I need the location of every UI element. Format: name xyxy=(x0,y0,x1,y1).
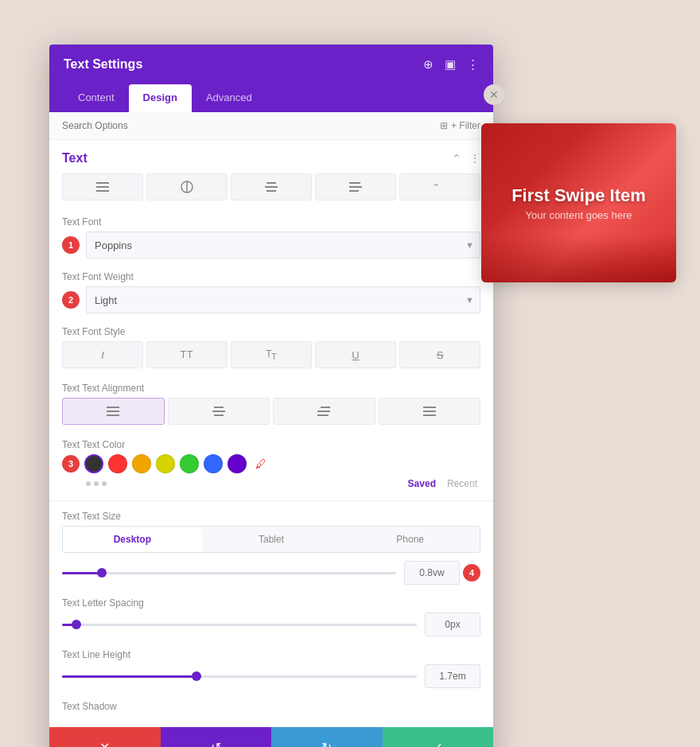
svg-rect-8 xyxy=(349,182,360,184)
search-input[interactable] xyxy=(62,120,440,131)
letter-spacing-slider-row: 0px xyxy=(49,613,493,643)
text-align-label: Text Text Alignment xyxy=(49,376,493,398)
style-btn-italic[interactable]: I xyxy=(62,341,143,368)
filter-icon: ⊞ xyxy=(440,120,448,131)
font-weight-select-wrapper: Light Regular Bold ▼ xyxy=(86,286,480,313)
tab-bar: Content Design Advanced xyxy=(49,84,493,112)
align-btn-3[interactable] xyxy=(231,173,312,200)
svg-rect-1 xyxy=(96,186,109,188)
align-btn-1[interactable] xyxy=(62,173,143,200)
line-height-label: Text Line Height xyxy=(49,643,493,664)
size-tab-phone[interactable]: Phone xyxy=(340,527,480,552)
svg-rect-18 xyxy=(321,407,330,408)
preview-card-overlay xyxy=(481,235,676,282)
style-btn-underline[interactable]: U xyxy=(315,341,396,368)
action-bar: ✕ ↺ ↻ ✓ xyxy=(49,727,493,747)
color-tab-recent[interactable]: Recent xyxy=(447,478,477,489)
svg-rect-6 xyxy=(265,186,278,188)
align-btn-4[interactable] xyxy=(315,173,396,200)
style-btn-small-caps[interactable]: TT xyxy=(231,341,312,368)
style-btn-tt[interactable]: TT xyxy=(146,341,228,368)
color-dots xyxy=(86,481,107,486)
color-tab-saved[interactable]: Saved xyxy=(408,478,436,489)
filter-label: + Filter xyxy=(451,120,480,131)
text-size-value[interactable]: 0.8vw xyxy=(404,561,460,585)
font-weight-label: Text Font Weight xyxy=(49,265,493,286)
line-height-slider-row: 1.7em xyxy=(49,664,493,694)
color-swatch-blue[interactable] xyxy=(204,454,223,473)
svg-rect-21 xyxy=(423,407,436,408)
more-icon[interactable]: ⋮ xyxy=(469,152,480,165)
header-icons: ⊕ ▣ ⋮ xyxy=(423,57,479,72)
align-btn-2[interactable] xyxy=(146,173,228,200)
text-align-btn-left[interactable] xyxy=(62,398,165,425)
font-style-row: I TT TT U S xyxy=(49,341,493,376)
layout-icon[interactable]: ▣ xyxy=(445,57,456,72)
confirm-button[interactable]: ✓ xyxy=(383,727,494,747)
collapse-icon[interactable]: ⌃ xyxy=(452,152,461,165)
font-style-label: Text Font Style xyxy=(49,320,493,341)
color-swatch-green[interactable] xyxy=(180,454,199,473)
text-shadow-label: Text Shadow xyxy=(49,694,493,716)
font-select-wrapper: Poppins Roboto Open Sans ▼ xyxy=(86,231,480,259)
close-button[interactable]: ✕ xyxy=(484,84,504,105)
text-align-btn-center[interactable] xyxy=(168,398,270,425)
color-swatch-red[interactable] xyxy=(108,454,127,473)
color-swatch-orange[interactable] xyxy=(132,454,151,473)
tab-design[interactable]: Design xyxy=(129,84,192,112)
badge-1: 1 xyxy=(62,236,80,254)
font-select[interactable]: Poppins Roboto Open Sans xyxy=(86,231,480,259)
badge-3: 3 xyxy=(62,455,80,473)
tab-content[interactable]: Content xyxy=(64,84,129,112)
letter-spacing-slider[interactable] xyxy=(62,624,417,626)
color-swatch-purple[interactable] xyxy=(228,454,247,473)
undo-button[interactable]: ↺ xyxy=(161,727,272,747)
svg-rect-23 xyxy=(423,414,436,416)
color-swatch-black[interactable] xyxy=(84,454,103,473)
color-section: 3 🖊 Saved Recent xyxy=(49,454,493,497)
size-tab-tablet[interactable]: Tablet xyxy=(202,527,341,552)
text-align-btn-justify[interactable] xyxy=(379,398,481,425)
svg-rect-0 xyxy=(96,182,109,184)
svg-rect-2 xyxy=(96,190,109,192)
redo-button[interactable]: ↻ xyxy=(271,727,383,747)
text-size-label: Text Text Size xyxy=(49,504,493,526)
font-label: Text Font xyxy=(49,210,493,231)
target-icon[interactable]: ⊕ xyxy=(423,57,434,72)
svg-rect-12 xyxy=(107,407,119,408)
cancel-button[interactable]: ✕ xyxy=(49,727,161,747)
section-header: Text ⌃ ⋮ xyxy=(49,140,493,173)
section-title: Text xyxy=(62,151,88,165)
alignment-row: " xyxy=(49,173,493,210)
svg-rect-5 xyxy=(266,182,276,184)
color-label: Text Text Color xyxy=(49,433,493,454)
filter-button[interactable]: ⊞ + Filter xyxy=(440,120,480,131)
text-size-slider[interactable] xyxy=(62,572,396,574)
text-size-slider-row: 0.8vw 4 xyxy=(49,561,493,591)
text-settings-panel: Text Settings ⊕ ▣ ⋮ Content Design Advan… xyxy=(49,45,493,747)
preview-card: First Swipe Item Your content goes here xyxy=(481,123,676,282)
search-bar: ⊞ + Filter xyxy=(49,112,493,140)
color-swatch-yellow[interactable] xyxy=(156,454,175,473)
line-height-slider[interactable] xyxy=(62,675,417,678)
svg-rect-7 xyxy=(266,190,276,192)
preview-subtitle: Your content goes here xyxy=(526,209,632,221)
font-weight-select-row: 2 Light Regular Bold ▼ xyxy=(49,286,493,320)
text-size-value-box: 0.8vw 4 xyxy=(404,561,480,585)
align-btn-5[interactable]: " xyxy=(399,173,480,200)
color-picker-icon[interactable]: 🖊 xyxy=(251,454,270,473)
tab-advanced[interactable]: Advanced xyxy=(192,84,266,112)
color-swatches: 3 🖊 xyxy=(62,454,480,473)
panel-title: Text Settings xyxy=(64,57,142,72)
line-height-value[interactable]: 1.7em xyxy=(425,664,480,688)
text-align-btn-right[interactable] xyxy=(273,398,375,425)
letter-spacing-value[interactable]: 0px xyxy=(425,613,480,636)
size-tab-desktop[interactable]: Desktop xyxy=(63,527,202,552)
letter-spacing-label: Text Letter Spacing xyxy=(49,591,493,613)
svg-rect-14 xyxy=(107,414,119,416)
svg-rect-19 xyxy=(317,410,330,412)
font-weight-select[interactable]: Light Regular Bold xyxy=(86,286,480,313)
svg-rect-9 xyxy=(349,186,362,188)
menu-icon[interactable]: ⋮ xyxy=(467,57,479,72)
style-btn-strikethrough[interactable]: S xyxy=(399,341,480,368)
